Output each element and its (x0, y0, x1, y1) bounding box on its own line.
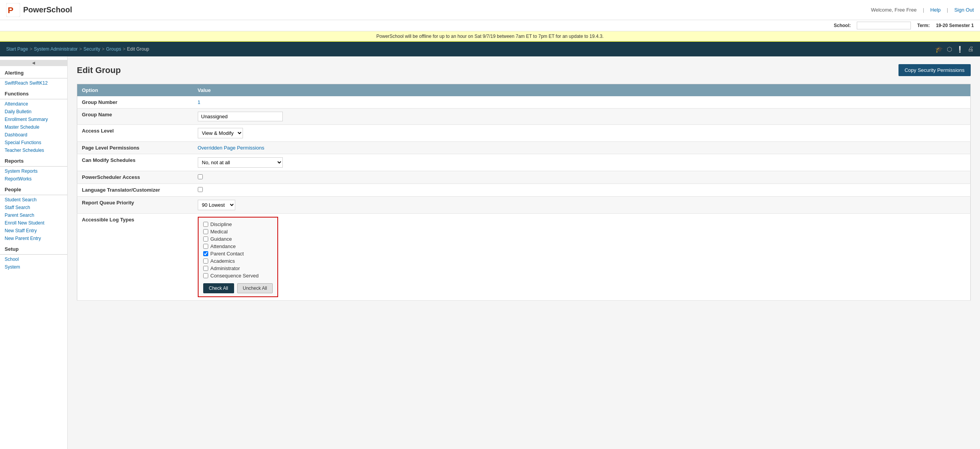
log-type-discipline: Discipline (203, 221, 273, 228)
sidebar-item-reportworks[interactable]: ReportWorks (0, 175, 67, 183)
signout-link[interactable]: Sign Out (954, 7, 974, 13)
sidebar-item-staff-search[interactable]: Staff Search (0, 204, 67, 211)
sidebar-item-school[interactable]: School (0, 255, 67, 263)
label-administrator: Administrator (211, 265, 240, 271)
checkbox-medical[interactable] (203, 229, 208, 234)
select-can-modify-schedules[interactable]: No, not at all Yes Limited (198, 157, 283, 168)
row-page-level-permissions: Page Level Permissions Overridden Page P… (77, 142, 971, 154)
row-can-modify-schedules: Can Modify Schedules No, not at all Yes … (77, 154, 971, 171)
checkbox-parent-contact[interactable] (203, 251, 208, 256)
select-report-queue-priority[interactable]: 90 Lowest 80 70 60 50 Normal 40 30 20 10… (198, 200, 235, 210)
breadcrumb: Start Page > System Administrator > Secu… (6, 46, 149, 52)
top-header: P PowerSchool Welcome, Free Free | Help … (0, 0, 980, 20)
label-access-level: Access Level (77, 125, 193, 142)
checkbox-attendance-log[interactable] (203, 244, 208, 249)
checkbox-discipline[interactable] (203, 222, 208, 227)
breadcrumb-security[interactable]: Security (83, 46, 100, 52)
page-title: Edit Group (77, 65, 121, 75)
sidebar-toggle[interactable]: ◀ (0, 60, 67, 66)
label-powerscheduler-access: PowerScheduler Access (77, 171, 193, 184)
label-group-number: Group Number (77, 96, 193, 109)
sidebar-item-teacher-schedules[interactable]: Teacher Schedules (0, 146, 67, 154)
row-accessible-log-types: Accessible Log Types Discipline Medical (77, 214, 971, 301)
checkbox-guidance[interactable] (203, 236, 208, 242)
checkbox-academics[interactable] (203, 259, 208, 264)
sidebar-item-new-parent-entry[interactable]: New Parent Entry (0, 235, 67, 242)
row-report-queue-priority: Report Queue Priority 90 Lowest 80 70 60… (77, 197, 971, 214)
sidebar-item-parent-search[interactable]: Parent Search (0, 211, 67, 219)
alert-icon[interactable]: ❕ (956, 46, 964, 53)
school-term-bar: School: Term: 19-20 Semester 1 (0, 20, 980, 31)
checkbox-consequence-served[interactable] (203, 273, 208, 278)
check-all-button[interactable]: Check All (203, 283, 234, 293)
value-group-number[interactable]: 1 (198, 99, 200, 105)
select-access-level[interactable]: View & Modify View Only No Access (198, 128, 243, 138)
bc-sep2: > (79, 46, 82, 52)
checkbox-powerscheduler-access[interactable] (198, 174, 203, 179)
label-medical: Medical (211, 229, 228, 235)
bc-sep4: > (123, 46, 126, 52)
term-value: 19-20 Semester 1 (936, 23, 974, 28)
log-type-consequence-served: Consequence Served (203, 272, 273, 279)
print-icon[interactable]: 🖨 (968, 46, 974, 53)
edit-group-form-table: Option Value Group Number 1 Group Name A… (77, 84, 971, 301)
checkbox-administrator[interactable] (203, 266, 208, 271)
sidebar: ◀ Alerting SwiftReach SwiftK12 Functions… (0, 56, 68, 449)
page-header: Edit Group Copy Security Permissions (77, 64, 971, 76)
breadcrumb-start-page[interactable]: Start Page (6, 46, 28, 52)
sidebar-item-system-reports[interactable]: System Reports (0, 167, 67, 175)
sidebar-item-system[interactable]: System (0, 263, 67, 271)
main-layout: ◀ Alerting SwiftReach SwiftK12 Functions… (0, 56, 980, 449)
sidebar-item-special-functions[interactable]: Special Functions (0, 139, 67, 146)
external-link-icon[interactable]: ⬡ (947, 46, 952, 53)
label-parent-contact: Parent Contact (211, 251, 244, 257)
breadcrumb-groups[interactable]: Groups (106, 46, 121, 52)
graduation-icon[interactable]: 🎓 (935, 46, 943, 53)
label-academics: Academics (211, 258, 235, 264)
label-language-translator: Language Translator/Customizer (77, 184, 193, 197)
label-page-level-permissions: Page Level Permissions (77, 142, 193, 154)
log-types-container: Discipline Medical Guidance (198, 217, 279, 297)
separator1: | (923, 7, 924, 13)
label-accessible-log-types: Accessible Log Types (77, 214, 193, 301)
sidebar-item-attendance[interactable]: Attendance (0, 100, 67, 108)
label-attendance-log: Attendance (211, 243, 236, 249)
log-type-academics: Academics (203, 257, 273, 265)
log-type-attendance: Attendance (203, 243, 273, 250)
log-type-parent-contact: Parent Contact (203, 250, 273, 257)
sidebar-divider-reports (0, 166, 67, 167)
announcement-text: PowerSchool will be offline for up to an… (376, 34, 603, 39)
sidebar-item-swiftreach[interactable]: SwiftReach SwiftK12 (0, 79, 67, 87)
breadcrumb-bar: Start Page > System Administrator > Secu… (0, 42, 980, 56)
checkbox-language-translator[interactable] (198, 187, 203, 192)
school-input[interactable] (857, 22, 911, 29)
overridden-page-permissions-link[interactable]: Overridden Page Permissions (198, 145, 265, 151)
label-group-name: Group Name (77, 109, 193, 125)
welcome-text: Welcome, Free Free (871, 7, 917, 13)
logo-area: P PowerSchool (6, 3, 72, 17)
sidebar-divider-alerting (0, 78, 67, 78)
uncheck-all-button[interactable]: Uncheck All (237, 283, 273, 293)
input-group-name[interactable] (198, 112, 283, 121)
sidebar-section-functions: Functions (0, 87, 67, 98)
sidebar-divider-functions (0, 99, 67, 99)
sidebar-section-setup: Setup (0, 242, 67, 253)
sidebar-item-enroll-new-student[interactable]: Enroll New Student (0, 219, 67, 227)
sidebar-item-daily-bulletin[interactable]: Daily Bulletin (0, 108, 67, 116)
sidebar-divider-setup (0, 254, 67, 255)
sidebar-item-master-schedule[interactable]: Master Schedule (0, 123, 67, 131)
row-group-number: Group Number 1 (77, 96, 971, 109)
help-link[interactable]: Help (930, 7, 941, 13)
row-access-level: Access Level View & Modify View Only No … (77, 125, 971, 142)
breadcrumb-sysadmin[interactable]: System Administrator (34, 46, 78, 52)
copy-security-permissions-button[interactable]: Copy Security Permissions (898, 64, 971, 76)
col-value: Value (193, 84, 971, 97)
log-type-medical: Medical (203, 228, 273, 235)
sidebar-item-student-search[interactable]: Student Search (0, 196, 67, 204)
sidebar-item-new-staff-entry[interactable]: New Staff Entry (0, 227, 67, 235)
breadcrumb-current: Edit Group (127, 46, 149, 52)
sidebar-item-dashboard[interactable]: Dashboard (0, 131, 67, 139)
sidebar-item-enrollment-summary[interactable]: Enrollment Summary (0, 116, 67, 123)
separator2: | (947, 7, 948, 13)
breadcrumb-icons: 🎓 ⬡ ❕ 🖨 (935, 46, 974, 53)
